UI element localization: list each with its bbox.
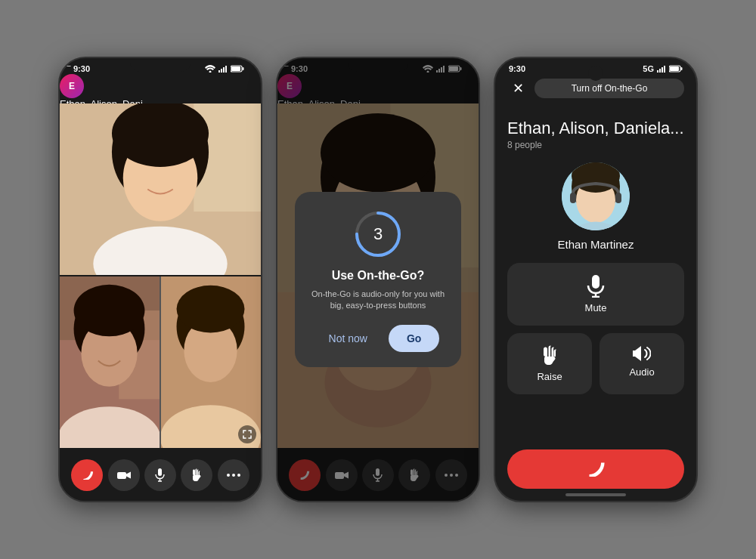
- video-cell-bottom: [60, 276, 261, 448]
- raise-hand-icon-3: [541, 345, 558, 366]
- video-cell-bottom-left: [60, 276, 160, 448]
- notch-1: [130, 58, 191, 72]
- not-now-button[interactable]: Not now: [317, 325, 380, 352]
- svg-rect-26: [117, 472, 126, 479]
- end-call-button-3[interactable]: [507, 449, 684, 489]
- turn-off-on-the-go-button[interactable]: Turn off On-the-Go: [534, 79, 684, 98]
- phone3-main-content: Ethan, Alison, Daniela... 8 people: [495, 111, 696, 440]
- svg-rect-27: [158, 468, 162, 476]
- svg-point-19: [74, 285, 145, 336]
- people-count-3: 8 people: [507, 140, 684, 150]
- svg-point-24: [177, 286, 245, 333]
- person-top-svg: [60, 103, 261, 275]
- network-type-3: 5G: [643, 64, 654, 73]
- featured-person-svg: [562, 162, 630, 230]
- go-button[interactable]: Go: [389, 325, 439, 352]
- action-grid-3: Mute: [507, 263, 684, 326]
- expand-icon-br[interactable]: [238, 425, 256, 443]
- svg-rect-66: [670, 66, 679, 71]
- more-button-1[interactable]: [218, 459, 249, 491]
- home-indicator-3: [507, 493, 684, 496]
- modal-overlay-2: 3 Use On-the-Go? On-the-Go is audio-only…: [277, 58, 479, 501]
- person-bl-svg: [60, 276, 160, 448]
- person-br-svg: [161, 276, 261, 448]
- svg-rect-7: [231, 66, 240, 71]
- mute-button-3[interactable]: Mute: [507, 263, 684, 326]
- phones-container: 9:30: [58, 57, 698, 502]
- svg-rect-65: [681, 67, 683, 70]
- svg-rect-3: [223, 67, 225, 73]
- time-3: 9:30: [509, 64, 525, 73]
- featured-person-name: Ethan Martinez: [507, 238, 684, 251]
- featured-person-section: Ethan Martinez: [507, 162, 684, 251]
- time-1: 9:30: [73, 64, 90, 73]
- video-grid-1: [60, 103, 261, 448]
- svg-rect-63: [664, 66, 665, 73]
- camera-icon-1: [117, 471, 131, 480]
- phone-3-on-the-go: 9:30 5G ✕ Turn off On-the-Go: [494, 57, 698, 502]
- camera-button-1[interactable]: [108, 459, 140, 491]
- notch-3: [588, 66, 603, 81]
- svg-rect-2: [221, 69, 222, 73]
- countdown-number: 3: [373, 224, 383, 244]
- svg-rect-62: [662, 67, 663, 73]
- signal-icon-1: [218, 65, 228, 73]
- svg-rect-4: [225, 66, 227, 73]
- svg-rect-60: [657, 70, 658, 73]
- video-cell-top: [60, 103, 261, 275]
- raise-button-3[interactable]: Raise: [507, 333, 592, 394]
- mic-icon-1: [155, 468, 165, 482]
- mic-button-1[interactable]: [144, 459, 176, 491]
- audio-label: Audio: [629, 366, 654, 378]
- countdown-ring: 3: [354, 210, 402, 258]
- call-avatar-1: E: [60, 74, 84, 98]
- svg-point-31: [232, 474, 235, 477]
- svg-rect-71: [570, 193, 576, 203]
- video-cell-bottom-right: [161, 276, 261, 448]
- svg-rect-6: [243, 67, 244, 70]
- end-call-icon-1: [80, 471, 94, 480]
- close-button-3[interactable]: ✕: [507, 78, 528, 99]
- more-icon-1: [227, 474, 240, 477]
- phone-2-modal: 9:30: [276, 57, 480, 502]
- battery-icon-1: [231, 65, 244, 73]
- featured-avatar: [562, 162, 630, 230]
- mute-icon-3: [587, 275, 605, 298]
- phone3-bottom-bar: [495, 442, 696, 501]
- svg-point-32: [237, 474, 240, 477]
- svg-rect-73: [592, 275, 600, 289]
- on-the-go-modal: 3 Use On-the-Go? On-the-Go is audio-only…: [295, 192, 461, 368]
- svg-point-30: [227, 474, 230, 477]
- svg-point-0: [209, 71, 212, 73]
- modal-buttons: Not now Go: [310, 325, 446, 352]
- audio-button-3[interactable]: Audio: [600, 333, 684, 394]
- mute-label: Mute: [585, 302, 607, 313]
- svg-rect-1: [218, 70, 220, 73]
- end-call-icon-3: [584, 462, 607, 477]
- modal-title: Use On-the-Go?: [310, 269, 446, 283]
- bottom-bar-1: [60, 449, 261, 501]
- audio-icon-3: [633, 345, 651, 362]
- modal-description: On-the-Go is audio-only for you with big…: [310, 289, 446, 312]
- status-icons-3: 5G: [643, 64, 683, 73]
- svg-rect-72: [615, 193, 621, 203]
- hand-icon-1: [191, 468, 202, 482]
- wifi-icon-1: [205, 65, 215, 73]
- raise-label: Raise: [537, 371, 562, 382]
- signal-icon-3: [657, 65, 666, 73]
- raise-hand-button-1[interactable]: [181, 459, 212, 491]
- call-title-3: Ethan, Alison, Daniela...: [507, 119, 684, 138]
- end-call-button-1[interactable]: [71, 459, 103, 491]
- phone-1-video-call: 9:30: [58, 57, 262, 502]
- status-icons-1: [205, 65, 247, 73]
- svg-rect-61: [659, 69, 661, 73]
- battery-icon-3: [669, 65, 683, 73]
- action-row-3: Raise Audio: [507, 333, 684, 394]
